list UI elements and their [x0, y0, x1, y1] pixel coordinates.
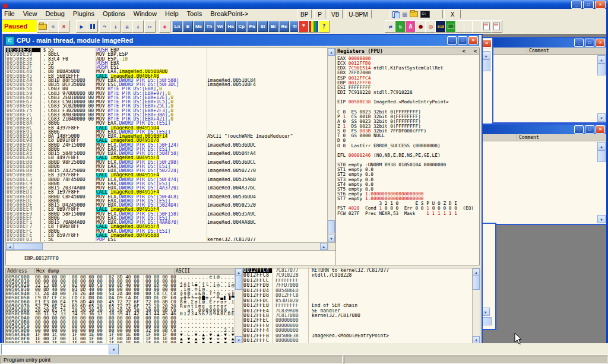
copy-icon[interactable] — [392, 11, 400, 18]
chevron-down-icon[interactable]: ▼ — [109, 344, 118, 354]
disasm-row[interactable]: 0050BF03.5EPOP ESIkernel32.7C817077 — [6, 238, 328, 242]
stack-row[interactable]: 0012FFD48054B6ED — [243, 289, 473, 293]
menu-item-tools[interactable]: Tools — [183, 9, 207, 18]
close-icon[interactable]: × — [468, 36, 478, 45]
disasm-hscrollbar[interactable]: ◀ ▶ — [5, 242, 328, 251]
command-input[interactable] — [2, 344, 109, 354]
menu-item-file[interactable]: File — [0, 9, 19, 18]
command-combo[interactable]: ▼ — [1, 344, 119, 355]
calculator-icon[interactable]: ▦ — [402, 11, 407, 18]
register-line[interactable]: ST1 empty 0.0 — [337, 167, 479, 172]
disasm-row[interactable]: 0050BEFE.E8 8597F8FFCALL ImageRed.004956… — [6, 233, 328, 238]
menu-item-help[interactable]: Help — [161, 9, 183, 18]
disasm-row[interactable]: 0050BEFC.8B06MOV EAX,DWORD PTR DS:[ESI] — [6, 229, 328, 233]
scroll-thumb[interactable] — [597, 64, 606, 75]
restart-icon[interactable]: « — [48, 20, 59, 33]
scroll-down-icon[interactable]: ▼ — [597, 215, 606, 223]
scroll-down-icon[interactable]: ▼ — [328, 235, 335, 242]
disasm-row[interactable]: 0050BEB0.8B0D 98F25000MOV ECX,DWORD PTR … — [6, 160, 328, 164]
disasm-row[interactable]: 0050BEE9.8B0D 58F15000MOV ECX,DWORD PTR … — [6, 212, 328, 216]
disasm-row[interactable]: 0050BE8A.8B06MOV EAX,DWORD PTR DS:[ESI] — [6, 121, 328, 125]
disasm-row[interactable]: 0050BE38$55PUSH EBP — [6, 48, 328, 52]
dump-row[interactable]: 0050C09030 31 32 3334 35 36 3738 39 41 4… — [6, 312, 235, 316]
register-line[interactable]: ST3 empty 0.0 — [337, 178, 479, 182]
dump-row[interactable]: 0050C0C000 00 00 0000 00 00 0000 00 00 0… — [6, 324, 235, 328]
fragment-scroll-up[interactable]: ▲ — [482, 51, 490, 59]
disasm-row[interactable]: 0050BEDE.8B15 D4245000MOV EDX,DWORD PTR … — [6, 203, 328, 207]
letter-button-br[interactable]: Br — [268, 21, 278, 32]
scroll-up-icon[interactable]: ▲ — [597, 55, 606, 64]
register-line[interactable]: ST4 empty 0.0 — [337, 182, 479, 187]
letter-button-pa[interactable]: Pa — [247, 21, 257, 32]
scroll-up-icon[interactable]: ▲ — [597, 142, 606, 150]
disasm-row[interactable]: 0050BE3F.56PUSH ESI — [6, 65, 328, 69]
register-line[interactable]: O 0 LastErr ERROR_SUCCESS (00000000) — [337, 144, 479, 148]
step-into-icon[interactable]: ↓ — [110, 20, 121, 33]
scroll-thumb[interactable] — [235, 276, 242, 290]
register-line[interactable]: EDX 7C90E514 ntdll.KiFastSystemCallRet — [337, 66, 479, 71]
register-line[interactable] — [337, 95, 479, 100]
minimize-icon[interactable]: _ — [574, 39, 584, 47]
letter-button-st[interactable]: St — [258, 21, 268, 32]
menu-item-plugins[interactable]: Plugins — [69, 9, 99, 18]
register-line[interactable]: EFL 00000246 (NO,NB,E,BE,NS,PE,GE,LE) — [337, 153, 479, 158]
scroll-thumb[interactable] — [13, 243, 43, 250]
disasm-row[interactable]: 0050BED6.8B0D C8F45000MOV ECX,DWORD PTR … — [6, 195, 328, 199]
disasm-row[interactable]: 0050BEB6.8B06MOV EAX,DWORD PTR DS:[ESI] — [6, 164, 328, 169]
comment-column-header[interactable]: Comment — [517, 134, 539, 141]
register-line[interactable]: C 0 ES 0023 32bit 0(FFFFFFFF) — [337, 110, 479, 115]
letter-button-ln[interactable]: Ln — [172, 21, 182, 32]
dump-row[interactable]: 0050C040CC 24 40 0078 26 40 0054 2A 40 0… — [6, 292, 235, 296]
dump-row[interactable]: 0050C0B000 00 00 0000 00 00 0000 00 00 0… — [6, 320, 235, 324]
dump-row[interactable]: 0050C060E1 E3 00 E4E5 8D 40 0045 72 72 6… — [6, 300, 235, 304]
disasm-row[interactable]: 0050BEDC.8B06MOV EAX,DWORD PTR DS:[ESI] — [6, 199, 328, 203]
register-line[interactable]: FCW 027F Prec NEAR,53 Mask 1 1 1 1 1 1 — [337, 211, 479, 216]
registers-header[interactable]: Registers (FPU) < < — [336, 48, 479, 55]
register-line[interactable]: Z 1 DS 0023 32bit 0(FFFFFFFF) — [337, 124, 479, 129]
animate-icon[interactable]: ◆ — [159, 20, 170, 33]
register-line[interactable]: P 1 CS 001B 32bit 0(FFFFFFFF) — [337, 115, 479, 119]
scroll-down-icon[interactable]: ▼ — [597, 113, 606, 122]
dump-row[interactable]: 0050C00000 00 00 0000 00 00 0082 8D 40 0… — [6, 275, 235, 279]
letter-button-cp[interactable]: Cp — [236, 21, 246, 32]
comment-column-header[interactable]: Comment — [527, 48, 549, 54]
execute-till-return-icon[interactable]: ↦ — [144, 20, 156, 33]
dump-col-hex[interactable]: Hex dump — [35, 268, 175, 274]
letter-button-e[interactable]: E — [183, 21, 193, 32]
disasm-row[interactable]: 0050BE50.8B35 DCF35000MOV ESI,DWORD PTR … — [6, 83, 328, 87]
stack-row[interactable]: 0012FFF400000000 — [243, 328, 473, 333]
register-line[interactable]: ESI FFFFFFFF — [337, 86, 479, 90]
trace-into-icon[interactable]: ⇓ — [132, 20, 144, 33]
maximize-icon[interactable]: □ — [585, 39, 594, 47]
fragment-close-icon[interactable]: × — [482, 39, 492, 48]
minimize-icon[interactable]: _ — [571, 1, 582, 9]
register-line[interactable] — [337, 105, 479, 109]
disasm-row[interactable]: 0050BEC3.8B0D 74F45000MOV ECX,DWORD PTR … — [6, 178, 328, 182]
disasm-row[interactable]: 0050BE6E.C683 5C020000 00MOV BYTE PTR DS… — [6, 104, 328, 108]
minimize-icon[interactable]: _ — [574, 125, 584, 134]
disasm-row[interactable]: 0050BE83.C683 21040000 00MOV BYTE PTR DS… — [6, 117, 328, 121]
open-file-icon[interactable] — [37, 20, 48, 33]
disasm-row[interactable]: 0050BEA3.8B06MOV EAX,DWORD PTR DS:[ESI] — [6, 147, 328, 151]
register-line[interactable]: ST0 empty -UNORM B938 01050104 00000000 — [337, 163, 479, 167]
help-icon[interactable]: ? — [318, 20, 330, 33]
plugin-button-bp[interactable]: BP — [297, 10, 312, 19]
letter-button-wi[interactable]: Wi — [215, 21, 225, 32]
register-line[interactable] — [337, 148, 479, 153]
plugin-button-u-bpm[interactable]: U-BPM — [345, 10, 371, 19]
registers-nav-right[interactable]: < — [474, 48, 479, 55]
plugin-button-vb[interactable]: VB — [328, 10, 343, 19]
plugin-button-p[interactable]: P — [314, 10, 325, 19]
stack-row[interactable]: 0012FFC47C817077RETURN to kernel32.7C817… — [243, 268, 473, 273]
stack-row[interactable]: 0012FFCCFFFFFFFF — [243, 278, 473, 283]
disasm-row[interactable]: 0050BE45.E8 56B1EFFFCALL ImageRed.00406F… — [6, 74, 328, 78]
dump-row[interactable]: 0050C01000 00 00 0000 00 00 0000 00 00 0… — [6, 279, 235, 283]
register-line[interactable]: ECX 0012FFB0 — [337, 61, 479, 66]
letter-button-th[interactable]: Th — [204, 21, 214, 32]
disasm-row[interactable]: 0050BEF7.E8 F896F8FFCALL ImageRed.004955… — [6, 224, 328, 229]
menu-item-breakpoint[interactable]: BreakPoint-> — [206, 9, 252, 18]
register-line[interactable]: EBP 0012FFF0 — [337, 81, 479, 86]
stack-row[interactable]: 0012FFD07FFD7000 — [243, 283, 473, 288]
disasm-row[interactable]: 0050BE75.C683 F3020000 00MOV BYTE PTR DS… — [6, 109, 328, 113]
disasm-row[interactable]: 0050BEBE.E8 3197F8FFCALL ImageRed.004955… — [6, 173, 328, 177]
